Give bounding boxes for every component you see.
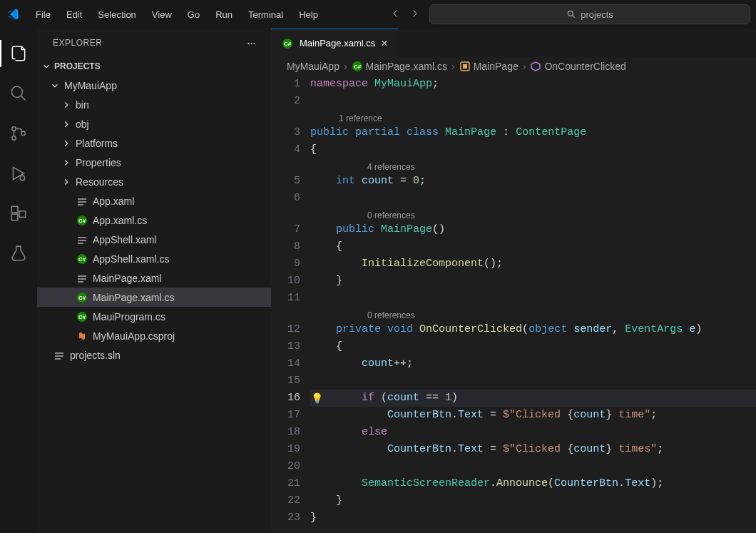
svg-rect-20 bbox=[78, 278, 86, 280]
svg-point-2 bbox=[12, 127, 16, 131]
tree-label: projects.sln bbox=[70, 350, 121, 361]
menu-terminal[interactable]: Terminal bbox=[241, 5, 290, 24]
tree-item-app-xaml[interactable]: App.xaml bbox=[37, 191, 271, 210]
nav-arrows bbox=[389, 7, 421, 22]
activity-explorer[interactable] bbox=[0, 36, 37, 71]
menu-file[interactable]: File bbox=[29, 5, 58, 24]
tab-label: MainPage.xaml.cs bbox=[300, 38, 375, 49]
tree-item-mymauiapp-csproj[interactable]: MyMauiApp.csproj bbox=[37, 326, 271, 345]
tree-item-properties[interactable]: Properties bbox=[37, 153, 271, 172]
tree-item-mymauiapp[interactable]: MyMauiApp bbox=[37, 76, 271, 95]
tab-mainpage-cs[interactable]: C# MainPage.xaml.cs × bbox=[271, 29, 398, 57]
codelens[interactable]: 0 references bbox=[310, 207, 756, 221]
menu-help[interactable]: Help bbox=[292, 5, 325, 24]
svg-rect-16 bbox=[78, 243, 83, 244]
xaml-file-icon bbox=[76, 272, 88, 285]
tree-label: AppShell.xaml.cs bbox=[93, 253, 169, 265]
tree-item-mainpage-xaml[interactable]: MainPage.xaml bbox=[37, 268, 271, 288]
activity-extensions[interactable] bbox=[0, 196, 37, 231]
menubar: FileEditSelectionViewGoRunTerminalHelp bbox=[29, 5, 325, 24]
tree-item-resources[interactable]: Resources bbox=[37, 172, 271, 191]
svg-point-5 bbox=[20, 176, 24, 181]
tree-item-platforms[interactable]: Platforms bbox=[37, 133, 271, 153]
sln-file-icon bbox=[53, 349, 66, 362]
svg-rect-15 bbox=[78, 240, 86, 241]
command-center-search[interactable]: projects bbox=[429, 4, 750, 24]
menu-go[interactable]: Go bbox=[180, 5, 207, 24]
code-editor[interactable]: 1234567891011121314151617181920212223 na… bbox=[271, 76, 756, 533]
tree-item-bin[interactable]: bin bbox=[37, 95, 271, 114]
codelens[interactable]: 0 references bbox=[310, 307, 756, 321]
method-icon bbox=[530, 61, 541, 72]
line-number-gutter: 1234567891011121314151617181920212223 bbox=[271, 76, 310, 533]
tree-item-appshell-xaml[interactable]: AppShell.xaml bbox=[37, 230, 271, 249]
tree-item-appshell-xaml-cs[interactable]: C#AppShell.xaml.cs bbox=[37, 249, 271, 268]
svg-rect-21 bbox=[78, 281, 83, 283]
svg-rect-34 bbox=[463, 64, 467, 68]
csharp-file-icon: C# bbox=[352, 61, 363, 72]
menu-run[interactable]: Run bbox=[208, 5, 240, 24]
tree-item-mainpage-xaml-cs[interactable]: C#MainPage.xaml.cs bbox=[37, 288, 271, 307]
activity-run-debug[interactable] bbox=[0, 156, 37, 191]
explorer-more-icon[interactable]: ··· bbox=[247, 36, 255, 51]
chevron-right-icon bbox=[61, 119, 71, 129]
explorer-section-header[interactable]: PROJECTS bbox=[37, 57, 271, 76]
breadcrumb-mainpage[interactable]: MainPage bbox=[474, 61, 519, 72]
menu-view[interactable]: View bbox=[145, 5, 179, 24]
codelens[interactable]: 1 reference bbox=[310, 110, 756, 124]
cs-file-icon: C# bbox=[76, 310, 88, 323]
svg-text:C#: C# bbox=[353, 64, 361, 70]
svg-text:C#: C# bbox=[78, 295, 86, 301]
chevron-right-icon bbox=[61, 177, 71, 187]
tree-item-obj[interactable]: obj bbox=[37, 114, 271, 133]
tree-item-app-xaml-cs[interactable]: C#App.xaml.cs bbox=[37, 210, 271, 230]
breadcrumb-mymauiapp[interactable]: MyMauiApp bbox=[287, 61, 339, 72]
svg-rect-7 bbox=[11, 214, 18, 220]
activity-search[interactable] bbox=[0, 76, 37, 111]
tree-item-projects-sln[interactable]: projects.sln bbox=[37, 345, 271, 365]
breadcrumbs[interactable]: MyMauiApp›C#MainPage.xaml.cs›MainPage›On… bbox=[271, 57, 756, 76]
vscode-icon bbox=[6, 7, 20, 21]
chevron-right-icon bbox=[61, 158, 71, 168]
code-body[interactable]: namespace MyMauiApp; 1 referencepublic p… bbox=[310, 76, 756, 533]
editor-tabs: C# MainPage.xaml.cs × bbox=[271, 29, 756, 57]
nav-forward-icon[interactable] bbox=[408, 7, 421, 22]
search-icon bbox=[566, 9, 576, 19]
chevron-down-icon bbox=[50, 81, 60, 91]
file-tree: MyMauiAppbinobjPlatformsPropertiesResour… bbox=[37, 76, 271, 533]
svg-point-1 bbox=[11, 86, 22, 97]
svg-rect-11 bbox=[78, 204, 83, 205]
tree-label: MyMauiApp bbox=[64, 80, 117, 91]
svg-rect-8 bbox=[19, 211, 26, 218]
activity-testing[interactable] bbox=[0, 235, 37, 271]
activity-source-control[interactable] bbox=[0, 116, 37, 151]
tree-label: Platforms bbox=[76, 138, 118, 149]
menu-selection[interactable]: Selection bbox=[91, 5, 143, 24]
nav-back-icon[interactable] bbox=[389, 7, 402, 22]
xaml-file-icon bbox=[76, 233, 88, 246]
explorer-title: EXPLORER bbox=[53, 38, 247, 48]
svg-rect-26 bbox=[55, 352, 63, 354]
tree-label: App.xaml bbox=[93, 196, 134, 207]
tree-label: obj bbox=[76, 118, 89, 130]
codelens[interactable]: 4 references bbox=[310, 158, 756, 173]
tree-label: MainPage.xaml.cs bbox=[93, 292, 174, 303]
breadcrumb-mainpage-xaml-cs[interactable]: MainPage.xaml.cs bbox=[366, 61, 447, 72]
svg-text:C#: C# bbox=[78, 314, 86, 320]
tree-item-mauiprogram-cs[interactable]: C#MauiProgram.cs bbox=[37, 307, 271, 326]
editor-area: C# MainPage.xaml.cs × MyMauiApp›C#MainPa… bbox=[271, 29, 756, 533]
chevron-right-icon bbox=[61, 100, 71, 110]
tree-label: Resources bbox=[76, 176, 123, 188]
title-bar: FileEditSelectionViewGoRunTerminalHelp p… bbox=[0, 0, 756, 29]
svg-rect-14 bbox=[78, 237, 86, 238]
tab-close-icon[interactable]: × bbox=[381, 37, 387, 50]
svg-rect-19 bbox=[78, 275, 86, 277]
menu-edit[interactable]: Edit bbox=[59, 5, 89, 24]
xaml-file-icon bbox=[76, 195, 88, 208]
svg-point-0 bbox=[568, 11, 573, 16]
svg-text:C#: C# bbox=[78, 256, 86, 263]
svg-rect-28 bbox=[55, 358, 61, 360]
tree-label: MainPage.xaml bbox=[93, 273, 162, 284]
explorer-panel: EXPLORER ··· PROJECTS MyMauiAppbinobjPla… bbox=[37, 29, 271, 533]
breadcrumb-oncounterclicked[interactable]: OnCounterClicked bbox=[544, 61, 625, 72]
